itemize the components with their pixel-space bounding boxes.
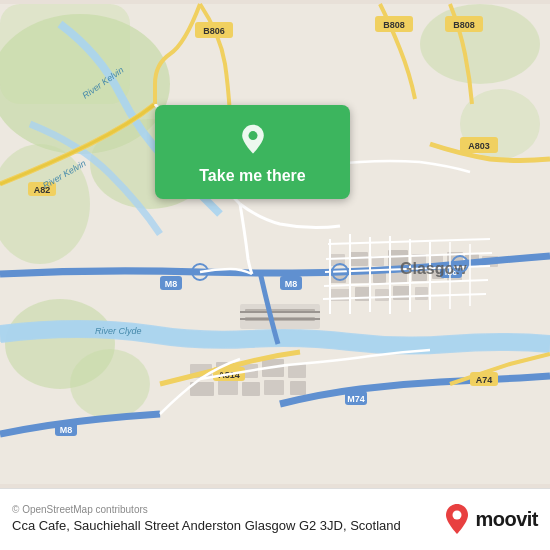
svg-rect-37 — [242, 382, 260, 396]
svg-text:B808: B808 — [383, 20, 405, 30]
take-me-there-button[interactable]: Take me there — [155, 105, 350, 199]
info-bar: © OpenStreetMap contributors Cca Cafe, S… — [0, 488, 550, 550]
svg-rect-34 — [288, 364, 306, 378]
info-left: © OpenStreetMap contributors Cca Cafe, S… — [12, 504, 431, 535]
svg-text:M8: M8 — [165, 279, 178, 289]
svg-rect-23 — [375, 289, 389, 301]
map-pin-icon — [235, 123, 271, 159]
svg-rect-40 — [240, 304, 320, 329]
svg-point-90 — [453, 510, 462, 519]
svg-text:M74: M74 — [347, 394, 365, 404]
svg-text:Glasgow: Glasgow — [400, 260, 467, 277]
copyright-text: © OpenStreetMap contributors — [12, 504, 431, 515]
svg-text:A803: A803 — [468, 141, 490, 151]
svg-rect-38 — [264, 380, 284, 395]
svg-text:M8: M8 — [285, 279, 298, 289]
svg-text:River Clyde: River Clyde — [95, 326, 142, 336]
svg-text:B806: B806 — [203, 26, 225, 36]
button-label: Take me there — [199, 167, 305, 185]
svg-rect-4 — [0, 4, 130, 104]
moovit-pin-icon — [443, 503, 471, 537]
app-container: B806 B808 B808 A803 M8 M8 M8 M74 — [0, 0, 550, 550]
map-area: B806 B808 B808 A803 M8 M8 M8 M74 — [0, 0, 550, 488]
svg-text:A74: A74 — [476, 375, 493, 385]
svg-point-8 — [70, 349, 150, 419]
svg-text:B808: B808 — [453, 20, 475, 30]
svg-rect-25 — [415, 287, 428, 300]
svg-text:M8: M8 — [60, 425, 73, 435]
moovit-text: moovit — [475, 508, 538, 531]
svg-rect-36 — [218, 380, 238, 395]
location-text: Cca Cafe, Sauchiehall Street Anderston G… — [12, 517, 431, 535]
svg-rect-39 — [290, 381, 306, 395]
svg-point-89 — [248, 131, 257, 140]
svg-rect-24 — [393, 286, 411, 300]
map-background: B806 B808 B808 A803 M8 M8 M8 M74 — [0, 0, 550, 488]
moovit-logo: moovit — [443, 503, 538, 537]
